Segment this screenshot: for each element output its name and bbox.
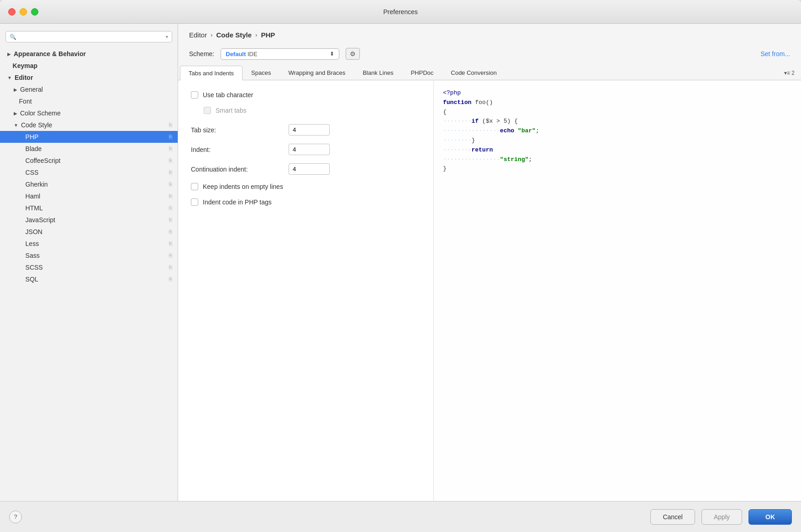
scheme-bar: Scheme: Default IDE ⬍ ⚙ Set from...: [178, 44, 801, 65]
close-button[interactable]: [8, 8, 16, 16]
sidebar-item-javascript[interactable]: JavaScript ⎘: [0, 214, 178, 226]
sidebar-item-general[interactable]: ▶ General: [0, 83, 178, 95]
copy-icon: ⎘: [169, 276, 172, 282]
code-line-7: ········ return: [443, 146, 792, 155]
sidebar-item-json[interactable]: JSON ⎘: [0, 226, 178, 238]
sidebar-item-html[interactable]: HTML ⎘: [0, 202, 178, 214]
code-semi-1: ;: [536, 126, 539, 136]
copy-icon: ⎘: [169, 240, 172, 247]
sidebar-item-css[interactable]: CSS ⎘: [0, 167, 178, 178]
code-open-brace: {: [443, 108, 447, 117]
sidebar-item-sql[interactable]: SQL ⎘: [0, 273, 178, 285]
right-panel: Editor › Code Style › PHP Scheme: Defaul…: [178, 24, 801, 501]
keep-indents-checkbox[interactable]: [191, 183, 198, 190]
code-echo-kw: echo: [500, 126, 514, 136]
code-dots-5: ················: [443, 155, 500, 165]
sidebar-item-label: Editor: [15, 74, 33, 81]
tab-spaces[interactable]: Spaces: [242, 65, 279, 80]
code-close-func: }: [443, 164, 447, 174]
sidebar-item-keymap[interactable]: Keymap: [0, 60, 178, 72]
sidebar-item-font[interactable]: Font: [0, 95, 178, 107]
sidebar-item-less[interactable]: Less ⎘: [0, 238, 178, 250]
code-line-9: }: [443, 164, 792, 174]
tabs-overflow-button[interactable]: ▾≡ 2: [780, 66, 799, 80]
copy-icon: ⎘: [169, 169, 172, 176]
arrow-icon: ▶: [7, 52, 11, 57]
code-semi-2: ;: [528, 155, 532, 165]
set-from-link[interactable]: Set from...: [760, 50, 790, 57]
sidebar-item-label: CoffeeScript: [26, 157, 61, 164]
sidebar-item-label: PHP: [26, 133, 39, 141]
sidebar-item-label: Code Style: [21, 121, 52, 129]
scheme-label: Scheme:: [189, 50, 214, 57]
sidebar-item-coffeescript[interactable]: CoffeeScript ⎘: [0, 155, 178, 167]
indent-php-tags-checkbox[interactable]: [191, 198, 198, 206]
sidebar-item-color-scheme[interactable]: ▶ Color Scheme: [0, 107, 178, 119]
indent-label: Indent:: [191, 146, 282, 153]
use-tab-character-label: Use tab character: [203, 91, 253, 99]
ok-button[interactable]: OK: [748, 509, 792, 525]
tab-wrapping-braces[interactable]: Wrapping and Braces: [279, 65, 354, 80]
indent-input[interactable]: [289, 144, 330, 155]
use-tab-character-row: Use tab character: [191, 91, 421, 99]
tab-size-input[interactable]: [289, 124, 330, 136]
continuation-indent-row: Continuation indent:: [191, 163, 421, 175]
breadcrumb-arrow-2: ›: [255, 31, 257, 38]
copy-icon: ⎘: [169, 157, 172, 164]
arrow-icon: [20, 170, 23, 175]
code-line-3: {: [443, 108, 792, 117]
minimize-button[interactable]: [20, 8, 27, 16]
search-input[interactable]: [19, 33, 163, 40]
arrow-icon: [20, 253, 23, 258]
sidebar-item-label: JavaScript: [26, 216, 55, 224]
cancel-button[interactable]: Cancel: [650, 509, 695, 525]
sidebar-item-code-style[interactable]: ▼ Code Style ⎘: [0, 119, 178, 131]
use-tab-character-checkbox[interactable]: [191, 91, 198, 99]
search-box[interactable]: 🔍 ▾: [5, 31, 172, 42]
sidebar-item-label: Haml: [26, 193, 41, 200]
tab-blank-lines[interactable]: Blank Lines: [354, 65, 402, 80]
sidebar-item-label: CSS: [26, 169, 39, 176]
code-function-sig: foo(): [471, 98, 493, 108]
sidebar-item-blade[interactable]: Blade ⎘: [0, 143, 178, 155]
settings-pane: Use tab character Smart tabs Tab size:: [178, 80, 434, 501]
sidebar-item-editor[interactable]: ▼ Editor: [0, 72, 178, 83]
scheme-dropdown[interactable]: Default IDE ⬍: [221, 48, 339, 60]
code-dots-2: ················: [443, 126, 500, 136]
arrow-icon: [20, 265, 23, 270]
smart-tabs-checkbox[interactable]: [204, 107, 211, 114]
maximize-button[interactable]: [31, 8, 38, 16]
sidebar-item-haml[interactable]: Haml ⎘: [0, 190, 178, 202]
sidebar-item-scss[interactable]: SCSS ⎘: [0, 261, 178, 273]
sidebar-item-appearance-behavior[interactable]: ▶ Appearance & Behavior: [0, 48, 178, 60]
code-line-2: function foo(): [443, 98, 792, 108]
code-line-6: ········ }: [443, 136, 792, 146]
copy-icon: ⎘: [169, 252, 172, 259]
tab-code-conversion[interactable]: Code Conversion: [442, 65, 505, 80]
apply-button[interactable]: Apply: [701, 509, 742, 525]
sidebar-item-label: SCSS: [26, 264, 43, 271]
sidebar-item-sass[interactable]: Sass ⎘: [0, 250, 178, 261]
sidebar-item-gherkin[interactable]: Gherkin ⎘: [0, 178, 178, 190]
main-content: 🔍 ▾ ▶ Appearance & Behavior Keymap ▼ Edi…: [0, 24, 801, 501]
code-preview: <?php function foo() { ········ if ($x >…: [434, 80, 801, 501]
smart-tabs-label: Smart tabs: [216, 107, 247, 114]
copy-icon: ⎘: [169, 134, 172, 140]
tab-phpdoc[interactable]: PHPDoc: [402, 65, 442, 80]
code-dots-4: ········: [443, 146, 471, 155]
scheme-gear-button[interactable]: ⚙: [346, 48, 360, 60]
sidebar-item-label: Blade: [26, 145, 42, 152]
copy-icon: ⎘: [169, 146, 172, 152]
tab-tabs-indents[interactable]: Tabs and Indents: [180, 66, 242, 80]
code-line-4: ········ if ($x > 5) {: [443, 117, 792, 126]
window-title: Preferences: [383, 8, 417, 16]
indent-php-tags-row: Indent code in PHP tags: [191, 198, 421, 206]
sidebar-item-php[interactable]: PHP ⎘: [0, 131, 178, 143]
help-button[interactable]: ?: [9, 511, 22, 523]
code-if-kw: if: [471, 117, 479, 126]
arrow-icon: [20, 194, 23, 199]
copy-icon: ⎘: [169, 229, 172, 235]
arrow-icon: [20, 158, 23, 163]
continuation-indent-input[interactable]: [289, 163, 330, 175]
code-close-if: }: [471, 136, 475, 146]
